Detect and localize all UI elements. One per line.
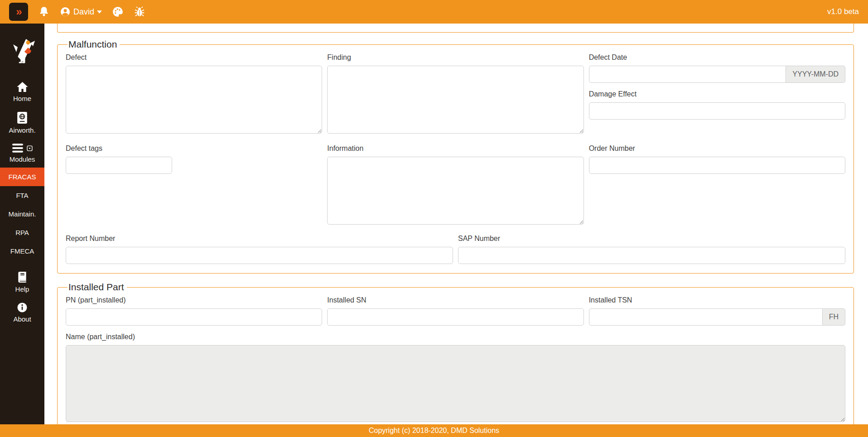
bars-menu-icon bbox=[12, 143, 24, 153]
damage-effect-input[interactable] bbox=[589, 102, 845, 120]
installed-tsn-label: Installed TSN bbox=[589, 296, 845, 304]
malfunction-fieldset: Malfunction Defect Finding Defect Date Y… bbox=[57, 39, 854, 274]
pn-part-installed-label: PN (part_installed) bbox=[66, 296, 322, 304]
info-circle-icon bbox=[17, 302, 28, 313]
name-part-installed-textarea bbox=[66, 345, 845, 422]
theme-palette-icon[interactable] bbox=[112, 6, 124, 18]
copyright-text: Copyright (c) 2018-2020, DMD Solutions bbox=[369, 427, 499, 435]
home-icon bbox=[16, 82, 29, 92]
sidebar-item-fracas[interactable]: FRACAS bbox=[0, 168, 44, 186]
pn-part-installed-input[interactable] bbox=[66, 308, 322, 326]
notifications-bell-icon[interactable] bbox=[38, 6, 50, 18]
topbar: » David bbox=[0, 0, 868, 24]
installed-sn-input[interactable] bbox=[327, 308, 583, 326]
flight-hours-addon: FH bbox=[823, 308, 845, 326]
main-content: Malfunction Defect Finding Defect Date Y… bbox=[44, 24, 868, 424]
sidebar-item-label: Modules bbox=[10, 155, 35, 163]
defect-date-label: Defect Date bbox=[589, 53, 845, 62]
sidebar: Home Airworth. bbox=[0, 24, 44, 424]
defect-tags-label: Defect tags bbox=[66, 144, 322, 153]
sidebar-item-modules[interactable]: Modules bbox=[0, 139, 44, 168]
defect-date-input[interactable] bbox=[589, 66, 786, 83]
double-chevron-right-icon: » bbox=[16, 3, 21, 20]
bug-report-icon[interactable] bbox=[134, 6, 145, 18]
sidebar-item-fta[interactable]: FTA bbox=[0, 186, 44, 205]
sidebar-item-rpa[interactable]: RPA bbox=[0, 223, 44, 242]
finding-textarea[interactable] bbox=[327, 66, 583, 134]
report-number-label: Report Number bbox=[66, 235, 453, 243]
defect-textarea[interactable] bbox=[66, 66, 322, 134]
installed-part-legend: Installed Part bbox=[68, 282, 127, 293]
user-menu[interactable]: David bbox=[60, 6, 102, 17]
bird-logo-icon bbox=[13, 40, 35, 62]
sidebar-item-home[interactable]: Home bbox=[0, 77, 44, 107]
damage-effect-label: Damage Effect bbox=[589, 90, 845, 98]
sidebar-item-airworthiness[interactable]: Airworth. bbox=[0, 107, 44, 139]
malfunction-legend: Malfunction bbox=[68, 39, 120, 50]
sap-number-input[interactable] bbox=[458, 247, 845, 264]
sidebar-collapse-button[interactable]: » bbox=[9, 3, 28, 21]
sidebar-item-label: Home bbox=[13, 95, 31, 102]
defect-label: Defect bbox=[66, 53, 322, 62]
chevron-down-icon bbox=[97, 10, 102, 14]
sidebar-item-help[interactable]: Help bbox=[0, 267, 44, 298]
installed-tsn-input[interactable] bbox=[589, 308, 823, 326]
installed-part-fieldset: Installed Part PN (part_installed) Insta… bbox=[57, 282, 854, 424]
report-number-input[interactable] bbox=[66, 247, 453, 264]
defect-tags-input[interactable] bbox=[66, 157, 172, 174]
user-circle-icon bbox=[60, 6, 71, 17]
passport-icon bbox=[17, 111, 28, 124]
finding-label: Finding bbox=[327, 53, 583, 62]
book-icon bbox=[17, 271, 28, 283]
sidebar-item-label: About bbox=[13, 315, 31, 323]
app-logo bbox=[8, 34, 37, 65]
caret-square-down-icon bbox=[27, 145, 33, 151]
user-name: David bbox=[73, 7, 94, 17]
sidebar-item-about[interactable]: About bbox=[0, 298, 44, 327]
previous-fieldset-bottom-border bbox=[57, 24, 854, 33]
name-part-installed-label: Name (part_installed) bbox=[66, 333, 845, 341]
sidebar-item-label: Help bbox=[15, 285, 29, 293]
sidebar-item-label: Airworth. bbox=[9, 126, 35, 134]
sap-number-label: SAP Number bbox=[458, 235, 845, 243]
footer: Copyright (c) 2018-2020, DMD Solutions bbox=[0, 424, 868, 437]
sidebar-item-maintain[interactable]: Maintain. bbox=[0, 205, 44, 223]
order-number-label: Order Number bbox=[589, 144, 845, 153]
information-textarea[interactable] bbox=[327, 157, 583, 225]
installed-sn-label: Installed SN bbox=[327, 296, 583, 304]
information-label: Information bbox=[327, 144, 583, 153]
app-version: v1.0 beta bbox=[827, 7, 859, 16]
date-format-addon: YYYY-MM-DD bbox=[786, 66, 845, 83]
sidebar-item-fmeca[interactable]: FMECA bbox=[0, 242, 44, 260]
order-number-input[interactable] bbox=[589, 157, 845, 174]
